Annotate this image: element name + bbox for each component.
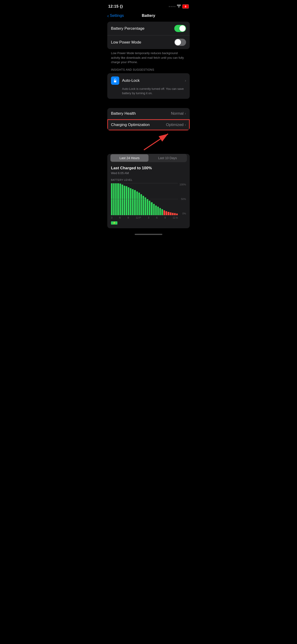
auto-lock-description: Auto-Lock is currently turned off. You c…: [122, 86, 186, 96]
x-label-6am: 6: [119, 216, 121, 219]
x-label-6pm: 6: [156, 216, 158, 219]
chart-bar: [136, 192, 138, 215]
auto-lock-label: Auto-Lock: [122, 78, 140, 83]
back-chevron-icon: ‹: [107, 13, 109, 18]
x-axis-labels: 3 6 9 12 P 3 6 9 12 A: [111, 216, 178, 219]
x-label-3pm: 3: [148, 216, 149, 219]
battery-percentage-label: Battery Percentage: [111, 26, 144, 31]
battery-health-value: Normal ›: [171, 111, 186, 116]
chart-area: 100% 50% 0%: [111, 183, 186, 215]
svg-line-3: [144, 134, 168, 150]
tab-last-10-days[interactable]: Last 10 Days: [148, 154, 186, 162]
chart-bar: [120, 184, 121, 215]
charging-opt-value: Optimized ›: [166, 122, 186, 127]
battery-percentage-row[interactable]: Battery Percentage: [107, 22, 190, 36]
tab-last-24-hours[interactable]: Last 24 Hours: [110, 154, 148, 162]
annotation-arrow: [104, 130, 194, 151]
page-title: Battery: [142, 13, 156, 18]
chart-bar: [172, 213, 174, 215]
chart-bar: [151, 202, 152, 215]
battery-health-row[interactable]: Battery Health Normal ›: [107, 108, 190, 119]
battery-level-label: BATTERY LEVEL: [111, 178, 186, 181]
svg-rect-0: [114, 80, 116, 82]
time-period-tabs: Last 24 Hours Last 10 Days: [110, 154, 187, 162]
charging-optimization-row[interactable]: Charging Optimization Optimized ›: [107, 119, 190, 130]
y-label-50: 50%: [181, 198, 186, 200]
bolt-icon: ⚡: [113, 222, 116, 224]
home-bar: [135, 234, 162, 235]
chart-subtitle: Wed 6:05 AM: [111, 171, 186, 175]
chart-bar: [176, 214, 178, 215]
battery-health-inner: Battery Health Normal › Charging Optimiz…: [107, 108, 190, 130]
chart-bar: [166, 211, 167, 215]
chart-bar: [140, 194, 142, 215]
auto-lock-row: Auto-Lock ›: [111, 76, 186, 85]
back-label: Settings: [110, 13, 124, 18]
chart-bar: [155, 206, 157, 215]
status-time: 12:15 {}: [108, 4, 123, 9]
toggle-knob-2: [175, 39, 181, 45]
back-button[interactable]: ‹ Settings: [107, 13, 124, 18]
low-power-mode-label: Low Power Mode: [111, 40, 141, 45]
chart-title-area: Last Charged to 100% Wed 6:05 AM BATTERY…: [107, 164, 190, 181]
chart-bar: [174, 213, 176, 215]
chart-section: Last 24 Hours Last 10 Days Last Charged …: [107, 154, 190, 228]
chart-bar: [153, 204, 155, 215]
auto-lock-icon: [111, 76, 119, 85]
low-power-info: Low Power Mode temporarily reduces backg…: [111, 51, 186, 64]
chart-bar: [138, 192, 140, 215]
charging-opt-label: Charging Optimization: [111, 122, 150, 127]
chart-bar: [122, 184, 123, 215]
chart-bar: [159, 208, 161, 215]
charging-chevron-icon: ›: [185, 122, 186, 127]
chart-bar: [147, 199, 148, 215]
battery-icon: 8: [182, 4, 189, 8]
y-axis-labels: 100% 50% 0%: [180, 183, 186, 215]
chart-bar: [130, 188, 132, 215]
signal-icon: [169, 6, 176, 7]
home-indicator: [104, 230, 194, 237]
auto-lock-section[interactable]: Auto-Lock › Auto-Lock is currently turne…: [107, 73, 190, 99]
y-label-100: 100%: [180, 183, 186, 186]
x-label-9pm: 9: [164, 216, 166, 219]
chart-bar: [149, 200, 150, 215]
battery-percentage-toggle[interactable]: [174, 25, 186, 32]
battery-toggles-section: Battery Percentage Low Power Mode: [107, 22, 190, 49]
chart-bar: [124, 186, 125, 215]
x-label-12p: 12 P: [136, 216, 141, 219]
wifi-icon: [177, 4, 181, 8]
low-power-mode-toggle[interactable]: [174, 39, 186, 46]
y-label-0: 0%: [182, 212, 186, 215]
chart-bar: [162, 209, 163, 215]
x-label-12a: 12 A: [173, 216, 178, 219]
chart-bar: [157, 206, 159, 215]
chart-bar: [132, 189, 134, 215]
chart-bar: [134, 190, 136, 215]
auto-lock-chevron-icon: ›: [185, 78, 186, 83]
insights-label: INSIGHTS AND SUGGESTIONS: [111, 68, 186, 72]
chart-bar: [128, 187, 130, 215]
status-icons: 8: [169, 4, 189, 8]
auto-lock-left: Auto-Lock: [111, 76, 140, 85]
chart-bar: [164, 210, 165, 215]
chart-bar: [144, 198, 146, 215]
health-chevron-icon: ›: [185, 111, 186, 116]
low-power-mode-row[interactable]: Low Power Mode: [107, 36, 190, 49]
chart-title: Last Charged to 100%: [111, 166, 186, 170]
x-label-3am: 3: [111, 216, 112, 219]
chart-bar: [170, 212, 172, 215]
x-label-9am: 9: [128, 216, 129, 219]
chart-bar: [168, 212, 169, 215]
navigation-header: ‹ Settings Battery: [104, 12, 194, 22]
chart-bar: [142, 196, 144, 215]
charging-indicator: ⚡: [111, 221, 186, 224]
toggle-knob: [179, 25, 186, 32]
charging-bar-icon: ⚡: [111, 221, 118, 224]
chart-bar: [126, 186, 127, 215]
battery-health-section: Battery Health Normal › Charging Optimiz…: [107, 108, 190, 130]
battery-health-label: Battery Health: [111, 111, 136, 116]
battery-chart: 100% 50% 0% 3 6 9 12 P 3 6 9 12 A ⚡: [107, 183, 190, 224]
status-bar: 12:15 {} 8: [104, 0, 194, 12]
chart-bars: [111, 183, 178, 215]
